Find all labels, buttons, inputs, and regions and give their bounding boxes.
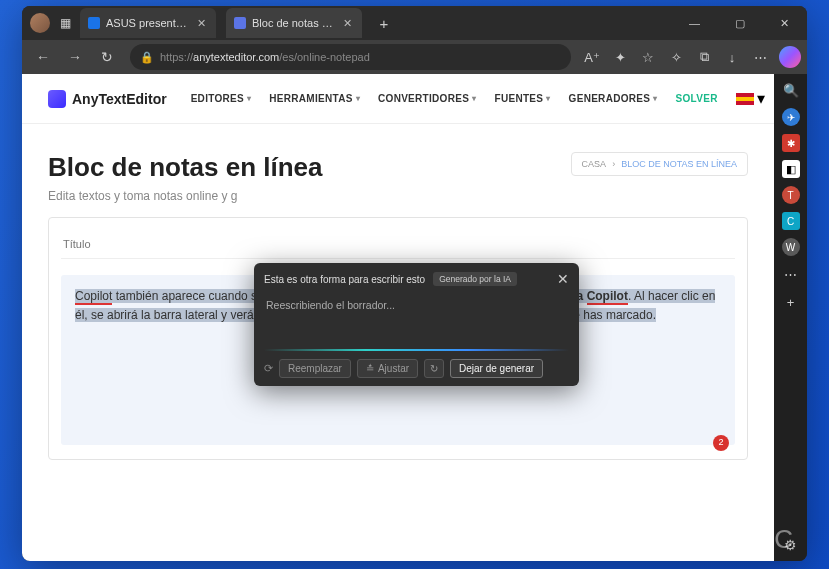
hero: Bloc de notas en línea Edita textos y to… xyxy=(22,124,774,217)
downloads-icon[interactable]: ↓ xyxy=(719,44,745,70)
close-button[interactable]: ✕ xyxy=(762,6,807,40)
replace-button[interactable]: Reemplazar xyxy=(279,359,351,378)
close-icon[interactable]: ✕ xyxy=(194,16,208,30)
nav-herramientas[interactable]: HERRAMIENTAS▾ xyxy=(269,89,360,108)
forward-button[interactable]: → xyxy=(60,43,90,71)
chevron-down-icon: ▾ xyxy=(356,94,360,103)
nav-convertidores[interactable]: CONVERTIDORES▾ xyxy=(378,89,476,108)
w-icon[interactable]: W xyxy=(782,238,800,256)
favicon-icon xyxy=(88,17,100,29)
lang-selector[interactable]: ▾ xyxy=(736,89,765,108)
more-icon[interactable]: ⋯ xyxy=(781,264,801,284)
read-aloud-icon[interactable]: A⁺ xyxy=(579,44,605,70)
add-icon[interactable]: + xyxy=(781,292,801,312)
lock-icon: 🔒 xyxy=(140,51,154,64)
more-icon[interactable]: ⋯ xyxy=(747,44,773,70)
breadcrumb-home[interactable]: CASA xyxy=(582,159,607,169)
breadcrumb: CASA › BLOC DE NOTAS EN LÍNEA xyxy=(571,152,748,176)
bing-icon[interactable]: ✦ xyxy=(607,44,633,70)
popup-title: Esta es otra forma para escribir esto xyxy=(264,274,425,285)
logo[interactable]: AnyTextEditor xyxy=(48,90,167,108)
edge-sidebar: 🔍 ✈ ✱ ◧ T C W ⋯ + ⚙ xyxy=(774,74,807,561)
popup-body: Reescribiendo el borrador... xyxy=(254,295,579,349)
close-icon[interactable]: ✕ xyxy=(557,271,569,287)
nav-solver[interactable]: SOLVER xyxy=(676,89,718,108)
gear-icon[interactable]: ⚙ xyxy=(784,537,797,553)
breadcrumb-sep: › xyxy=(612,159,615,169)
tune-icon: ≛ xyxy=(366,363,374,374)
t-icon[interactable]: T xyxy=(782,186,800,204)
copilot-icon[interactable] xyxy=(779,46,801,68)
nav-editores[interactable]: EDITORES▾ xyxy=(191,89,252,108)
asana-icon[interactable]: ✱ xyxy=(782,134,800,152)
maximize-button[interactable]: ▢ xyxy=(717,6,762,40)
title-input[interactable] xyxy=(61,232,735,259)
chevron-down-icon: ▾ xyxy=(247,94,251,103)
tab-label: Bloc de notas en línea: editor de xyxy=(252,17,334,29)
copilot-popup: Esta es otra forma para escribir esto Ge… xyxy=(254,263,579,386)
send-icon[interactable]: ✈ xyxy=(782,108,800,126)
workspaces-icon[interactable]: ▦ xyxy=(58,16,72,30)
page-title: Bloc de notas en línea xyxy=(48,152,323,183)
profile-avatar[interactable] xyxy=(30,13,50,33)
flag-es-icon xyxy=(736,93,754,105)
breadcrumb-current: BLOC DE NOTAS EN LÍNEA xyxy=(621,159,737,169)
collections-icon[interactable]: ✧ xyxy=(663,44,689,70)
tab-1[interactable]: ASUS presenta sus soluciones b ✕ xyxy=(80,8,216,38)
chevron-down-icon: ▾ xyxy=(653,94,657,103)
favorite-icon[interactable]: ☆ xyxy=(635,44,661,70)
minimize-button[interactable]: — xyxy=(672,6,717,40)
replace-icon: ⟳ xyxy=(264,362,273,375)
toolbar: ← → ↻ 🔒 https://anytexteditor.com/es/onl… xyxy=(22,40,807,74)
c-icon[interactable]: C xyxy=(782,212,800,230)
nav-fuentes[interactable]: FUENTES▾ xyxy=(494,89,550,108)
search-icon[interactable]: 🔍 xyxy=(781,80,801,100)
page-content: AnyTextEditor EDITORES▾ HERRAMIENTAS▾ CO… xyxy=(22,74,774,561)
url-text: https://anytexteditor.com/es/online-note… xyxy=(160,51,561,63)
favicon-icon xyxy=(234,17,246,29)
nav-generadores[interactable]: GENERADORES▾ xyxy=(569,89,658,108)
tune-button[interactable]: ≛Ajustar xyxy=(357,359,418,378)
tab-label: ASUS presenta sus soluciones b xyxy=(106,17,188,29)
browser-window: ▦ ASUS presenta sus soluciones b ✕ Bloc … xyxy=(22,6,807,561)
app-icon[interactable]: ◧ xyxy=(782,160,800,178)
stop-button[interactable]: Dejar de generar xyxy=(450,359,543,378)
new-tab-button[interactable]: + xyxy=(372,11,396,35)
reload-button[interactable]: ↻ xyxy=(92,43,122,71)
close-icon[interactable]: ✕ xyxy=(340,16,354,30)
chevron-down-icon: ▾ xyxy=(472,94,476,103)
brand-text: AnyTextEditor xyxy=(72,91,167,107)
back-button[interactable]: ← xyxy=(28,43,58,71)
logo-icon xyxy=(48,90,66,108)
extensions-icon[interactable]: ⧉ xyxy=(691,44,717,70)
ai-badge: Generado por la IA xyxy=(433,272,517,286)
address-bar[interactable]: 🔒 https://anytexteditor.com/es/online-no… xyxy=(130,44,571,70)
tab-2[interactable]: Bloc de notas en línea: editor de ✕ xyxy=(226,8,362,38)
site-header: AnyTextEditor EDITORES▾ HERRAMIENTAS▾ CO… xyxy=(22,74,774,124)
chevron-down-icon: ▾ xyxy=(757,89,765,108)
alert-badge[interactable]: 2 xyxy=(713,435,729,451)
chevron-down-icon: ▾ xyxy=(546,94,550,103)
retry-button[interactable]: ↻ xyxy=(424,359,444,378)
titlebar: ▦ ASUS presenta sus soluciones b ✕ Bloc … xyxy=(22,6,807,40)
page-subtitle: Edita textos y toma notas online y g xyxy=(48,189,323,203)
